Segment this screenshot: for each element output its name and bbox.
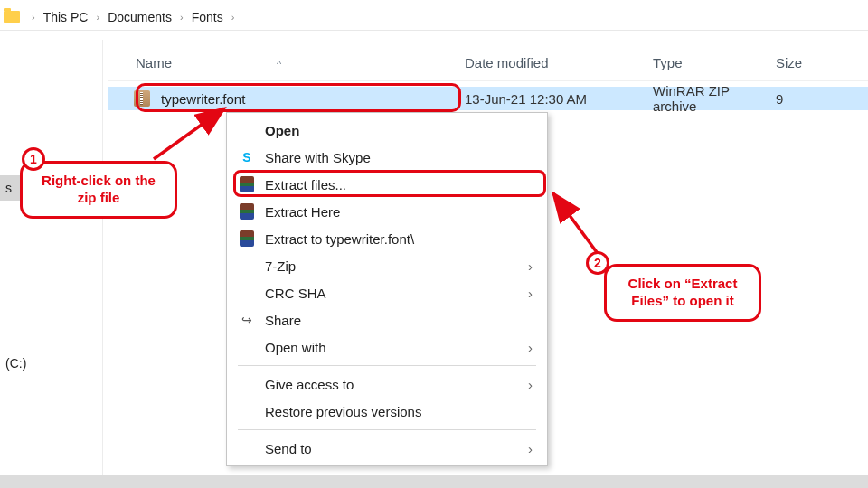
menu-item-extract-to[interactable]: Extract to typewriter.font\ — [227, 225, 547, 252]
chevron-right-icon: › — [528, 258, 533, 274]
menu-label: Share with Skype — [265, 150, 371, 165]
column-header-type[interactable]: Type — [653, 55, 776, 70]
svg-line-0 — [154, 108, 224, 159]
menu-label: Send to — [265, 441, 312, 456]
zip-archive-icon — [134, 90, 150, 107]
menu-item-extract-files[interactable]: Extract files... — [227, 171, 547, 198]
chevron-right-icon: › — [91, 12, 104, 23]
breadcrumb-item[interactable]: Fonts — [188, 10, 227, 24]
file-type: WinRAR ZIP archive — [653, 83, 776, 114]
menu-item-open[interactable]: Open — [227, 117, 547, 144]
file-date: 13-Jun-21 12:30 AM — [465, 91, 653, 107]
annotation-badge-2: 2 — [586, 251, 609, 275]
file-name: typewriter.font — [161, 91, 245, 107]
columns-header: Name ^ Date modified Type Size — [108, 45, 868, 81]
column-label: Name — [136, 55, 172, 70]
menu-item-crc[interactable]: CRC SHA › — [227, 279, 547, 306]
menu-label: Share — [265, 313, 301, 328]
file-row[interactable]: typewriter.font 13-Jun-21 12:30 AM WinRA… — [108, 87, 868, 110]
chevron-right-icon: › — [27, 12, 40, 23]
menu-item-7zip[interactable]: 7-Zip › — [227, 252, 547, 279]
menu-separator — [238, 429, 536, 430]
sidebar-item — [0, 226, 102, 251]
chevron-right-icon: › — [528, 286, 533, 301]
breadcrumb[interactable]: › This PC › Documents › Fonts › — [0, 4, 868, 31]
file-size: 9 — [776, 91, 868, 107]
skype-icon: S — [238, 148, 256, 166]
chevron-right-icon: › — [528, 441, 533, 456]
chevron-right-icon: › — [528, 377, 533, 392]
annotation-callout-2: Click on “Extract Files” to open it — [604, 264, 761, 322]
winrar-icon — [238, 175, 256, 193]
winrar-icon — [238, 230, 256, 248]
chevron-right-icon: › — [175, 12, 188, 23]
share-icon: ↪ — [238, 311, 256, 329]
menu-label: 7-Zip — [265, 258, 296, 274]
status-bar — [0, 475, 868, 488]
menu-item-share-skype[interactable]: S Share with Skype — [227, 144, 547, 171]
column-header-name[interactable]: Name ^ — [108, 55, 465, 70]
chevron-right-icon: › — [227, 12, 240, 23]
sidebar-item-drive[interactable]: (C:) — [0, 351, 102, 376]
breadcrumb-item[interactable]: Documents — [104, 10, 175, 24]
sidebar: s (C:) — [0, 40, 103, 475]
menu-item-give-access[interactable]: Give access to › — [227, 371, 547, 398]
menu-label: Extract to typewriter.font\ — [265, 231, 414, 247]
menu-item-send-to[interactable]: Send to › — [227, 435, 547, 462]
menu-separator — [238, 365, 536, 366]
column-header-size[interactable]: Size — [776, 55, 868, 70]
folder-icon — [4, 11, 20, 23]
annotation-callout-1: Right-click on the zip file — [20, 161, 177, 219]
breadcrumb-item[interactable]: This PC — [40, 10, 92, 24]
menu-label: Restore previous versions — [265, 404, 421, 419]
sort-indicator-icon: ^ — [277, 59, 281, 70]
menu-item-share[interactable]: ↪ Share — [227, 306, 547, 333]
column-header-date[interactable]: Date modified — [465, 55, 653, 70]
winrar-icon — [238, 202, 256, 221]
menu-label: Open — [265, 123, 299, 138]
menu-item-open-with[interactable]: Open with › — [227, 333, 547, 361]
menu-item-restore[interactable]: Restore previous versions — [227, 398, 547, 425]
annotation-badge-1: 1 — [22, 147, 45, 171]
context-menu: Open S Share with Skype Extract files...… — [226, 112, 548, 466]
menu-label: Extract Here — [265, 204, 340, 220]
menu-label: Give access to — [265, 377, 354, 392]
menu-label: CRC SHA — [265, 286, 326, 301]
menu-label: Open with — [265, 340, 326, 355]
chevron-right-icon: › — [528, 340, 533, 355]
menu-item-extract-here[interactable]: Extract Here — [227, 198, 547, 225]
menu-label: Extract files... — [265, 177, 346, 192]
